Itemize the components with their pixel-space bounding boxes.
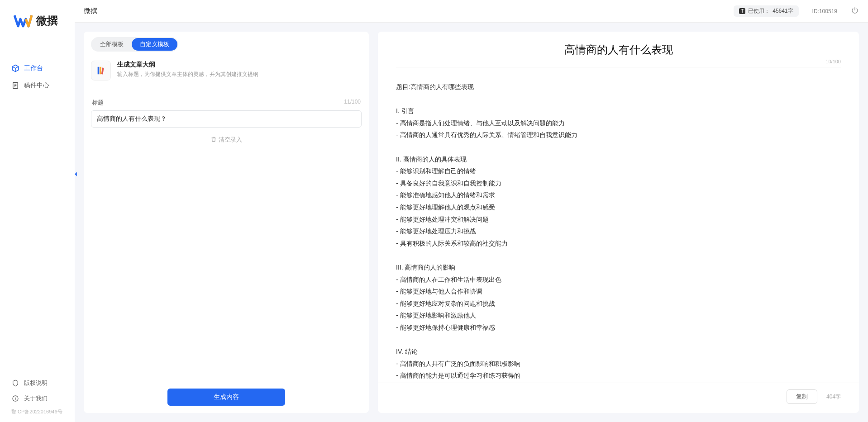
document-icon bbox=[11, 81, 19, 90]
topbar: 微撰 T 已使用： 45641字 ID:100519 bbox=[75, 0, 868, 23]
word-count: 404字 bbox=[826, 393, 841, 401]
sidebar-item-drafts[interactable]: 稿件中心 bbox=[0, 77, 75, 94]
tab-custom-templates[interactable]: 自定义模板 bbox=[132, 38, 177, 51]
power-icon[interactable] bbox=[851, 6, 859, 16]
title-input[interactable] bbox=[91, 110, 362, 128]
sidebar-item-label: 关于我们 bbox=[24, 394, 48, 403]
svg-rect-2 bbox=[98, 67, 100, 75]
page-title: 微撰 bbox=[84, 7, 97, 15]
output-title-counter: 10/100 bbox=[825, 59, 841, 64]
template-desc: 输入标题，为你提供文章主体的灵感，并为其创建推文提纲 bbox=[117, 71, 258, 78]
template-books-icon bbox=[91, 61, 111, 81]
main: 微撰 T 已使用： 45641字 ID:100519 全部模板 bbox=[75, 0, 868, 422]
logo-mark-icon bbox=[14, 14, 33, 28]
template-tabs: 全部模板 自定义模板 bbox=[84, 32, 369, 52]
clear-button[interactable]: 清空录入 bbox=[91, 136, 362, 144]
shield-icon bbox=[11, 379, 19, 387]
icp-text: 鄂ICP备2022016946号 bbox=[0, 406, 75, 417]
usage-value: 45641字 bbox=[773, 7, 793, 15]
nav: 工作台 稿件中心 bbox=[0, 42, 75, 375]
usage-prefix: 已使用： bbox=[748, 7, 770, 15]
title-label: 标题 bbox=[92, 99, 104, 107]
sidebar-item-label: 工作台 bbox=[24, 64, 43, 72]
trash-icon bbox=[210, 136, 217, 144]
sidebar-item-copyright[interactable]: 版权说明 bbox=[0, 375, 75, 391]
sidebar-item-label: 版权说明 bbox=[24, 379, 48, 387]
output-body: 题目:高情商的人有哪些表现 I. 引言 - 高情商是指人们处理情绪、与他人互动以… bbox=[378, 72, 859, 383]
copy-button[interactable]: 复制 bbox=[787, 389, 817, 404]
usage-pill[interactable]: T 已使用： 45641字 bbox=[734, 5, 798, 17]
clear-label: 清空录入 bbox=[219, 136, 242, 144]
sidebar-item-about[interactable]: 关于我们 bbox=[0, 391, 75, 406]
cube-icon bbox=[11, 64, 19, 72]
template-title: 生成文章大纲 bbox=[117, 61, 258, 69]
usage-badge-icon: T bbox=[739, 8, 745, 14]
user-id: ID:100519 bbox=[812, 8, 837, 14]
input-panel: 全部模板 自定义模板 生成文章大纲 输入标题，为你提供文章主体的灵感，并为其创建… bbox=[84, 32, 369, 413]
svg-rect-3 bbox=[100, 67, 101, 75]
tab-all-templates[interactable]: 全部模板 bbox=[92, 38, 132, 51]
logo-text: 微撰 bbox=[36, 14, 58, 28]
sidebar-bottom: 版权说明 关于我们 鄂ICP备2022016946号 bbox=[0, 375, 75, 422]
info-icon bbox=[11, 394, 19, 403]
sidebar-item-label: 稿件中心 bbox=[24, 81, 49, 90]
svg-rect-4 bbox=[101, 67, 104, 74]
title-counter: 11/100 bbox=[344, 99, 361, 107]
logo: 微撰 bbox=[0, 14, 75, 42]
output-panel: 高情商的人有什么表现 10/100 题目:高情商的人有哪些表现 I. 引言 - … bbox=[378, 32, 859, 413]
output-title: 高情商的人有什么表现 bbox=[396, 43, 841, 57]
sidebar-item-workspace[interactable]: 工作台 bbox=[0, 60, 75, 77]
generate-button[interactable]: 生成内容 bbox=[167, 389, 285, 406]
sidebar: 微撰 工作台 稿件中心 版权说明 bbox=[0, 0, 75, 422]
template-card: 生成文章大纲 输入标题，为你提供文章主体的灵感，并为其创建推文提纲 bbox=[84, 52, 369, 85]
collapse-sidebar-button[interactable] bbox=[73, 170, 79, 179]
